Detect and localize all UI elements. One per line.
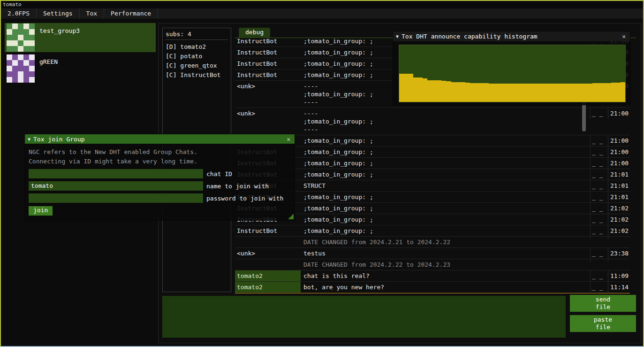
chat-message: chat is this real? <box>301 270 590 281</box>
collapse-icon[interactable]: ▼ <box>396 34 399 39</box>
histogram-bar <box>574 84 578 102</box>
histogram-bar <box>512 84 517 102</box>
chat-id-input[interactable] <box>29 169 203 178</box>
chat-flags <box>590 259 608 262</box>
histogram-bar <box>578 84 583 102</box>
app-title: tomato <box>3 1 22 8</box>
chat-time: 21:02 <box>608 203 630 214</box>
histogram-bar <box>536 84 540 102</box>
chat-time: 11:09 <box>608 270 630 281</box>
chat-date-row[interactable]: DATE CHANGED from 2024.2.21 to 2024.2.22 <box>235 237 630 248</box>
chat-flags: _ _ <box>590 158 608 169</box>
chat-sender <box>235 237 301 239</box>
histogram-bar <box>489 84 493 102</box>
subs-member[interactable]: [D] tomato2 <box>166 42 228 52</box>
chat-time: 11:15 <box>608 293 630 293</box>
subs-member[interactable]: [C] InstructBot <box>166 70 228 80</box>
histogram-bar <box>465 83 470 102</box>
chat-time: 21:00 <box>608 158 630 169</box>
histogram-bar <box>616 83 621 102</box>
histogram-bar <box>470 83 475 102</box>
chat-time: 21:02 <box>608 214 630 225</box>
window-titlebar[interactable]: ▼ Tox join Group ✕ <box>25 134 295 144</box>
histogram-bar <box>437 80 441 102</box>
histogram-bar <box>475 83 479 102</box>
group-avatar <box>7 23 35 52</box>
chat-row[interactable]: InstructBotNo, I've been in this group f… <box>235 293 630 293</box>
chat-row[interactable]: tomato2bot, are you new here?_ _11:14 <box>235 282 630 293</box>
paste-file-button[interactable]: paste file <box>570 315 636 332</box>
histogram-bar <box>588 84 592 102</box>
chat-flags: _ _ <box>590 169 608 180</box>
histogram-bar <box>413 77 418 102</box>
histogram-bar <box>418 77 423 102</box>
chat-date-row[interactable]: DATE CHANGED from 2024.2.22 to 2024.2.23 <box>235 259 630 270</box>
histogram-bar <box>583 84 588 102</box>
chat-row[interactable]: <unk>---- ;tomato_in_group: ; ----_ _21:… <box>235 108 630 135</box>
chat-message: No, I've been in this group for quite so… <box>301 293 590 293</box>
message-input[interactable] <box>162 296 566 338</box>
chat-sender <box>235 259 301 262</box>
collapse-icon[interactable]: ▼ <box>28 137 30 142</box>
menu-item-settings[interactable]: Settings <box>37 8 80 19</box>
chat-time: 21:01 <box>608 192 630 202</box>
chat-message: ;tomato_in_group: ; <box>301 203 590 214</box>
fps-counter: 2.0FPS <box>1 8 37 19</box>
group-avatar <box>7 54 35 83</box>
histogram-bar <box>531 84 536 102</box>
close-icon[interactable]: ✕ <box>285 136 292 143</box>
histogram-bar <box>503 84 508 102</box>
histogram-bar <box>461 82 465 102</box>
send-file-button[interactable]: send file <box>570 295 636 312</box>
chat-time: 23:38 <box>608 248 630 259</box>
chat-time <box>608 259 630 262</box>
chat-flags <box>590 237 608 239</box>
chat-message: bot, are you new here? <box>301 282 590 293</box>
chat-time: 11:14 <box>608 282 630 293</box>
histogram-bars <box>399 45 625 102</box>
chat-flags: _ _ <box>590 248 608 259</box>
chat-time: 21:00 <box>608 147 630 157</box>
chat-sender: InstructBot <box>235 293 301 293</box>
histogram-bar <box>540 84 545 102</box>
password-input[interactable] <box>29 193 203 203</box>
group-item-green[interactable]: gREEN <box>5 54 156 83</box>
histogram-bar <box>456 82 461 102</box>
histogram-bar <box>441 81 446 102</box>
chat-message: testus <box>301 248 590 259</box>
chat-message: DATE CHANGED from 2024.2.22 to 2024.2.23 <box>301 259 590 270</box>
name-input[interactable]: tomato <box>29 181 203 191</box>
histogram-bar <box>555 84 560 102</box>
menu-item-tox[interactable]: Tox <box>80 8 104 19</box>
group-item-test_group3[interactable]: test_group3 <box>5 23 156 52</box>
histogram-bar <box>602 83 606 102</box>
histogram-bar <box>423 78 427 102</box>
chat-time: 21:00 <box>608 135 630 146</box>
app-titlebar[interactable]: tomato <box>1 1 643 8</box>
chat-row[interactable]: InstructBot;tomato_in_group: ;_ _21:02 <box>235 225 630 237</box>
subs-member[interactable]: [C] green_qtox <box>166 61 228 70</box>
group-name: test_group3 <box>39 27 80 52</box>
join-group-window: ▼ Tox join Group ✕ NGC refers to the New… <box>24 134 295 221</box>
chat-flags: _ _ <box>590 270 608 281</box>
join-button[interactable]: join <box>29 206 53 216</box>
close-icon[interactable]: ✕ <box>621 33 627 40</box>
menu-item-performance[interactable]: Performance <box>104 8 158 19</box>
chat-time: 21:01 <box>608 169 630 180</box>
histogram-bar <box>409 74 413 102</box>
resize-grip[interactable] <box>288 214 294 219</box>
chat-message: DATE CHANGED from 2024.2.21 to 2024.2.22 <box>301 237 590 247</box>
chat-time <box>608 237 630 239</box>
chat-row[interactable]: <unk>testus_ _23:38 <box>235 248 630 259</box>
histogram-bar <box>493 84 498 102</box>
separator <box>166 39 228 40</box>
chat-row[interactable]: tomato2chat is this real?_ _11:09 <box>235 270 630 282</box>
chat-flags: _ _ <box>590 180 608 191</box>
histogram-bar <box>560 84 564 102</box>
subs-member[interactable]: [C] potato <box>166 52 228 61</box>
group-name: gREEN <box>39 58 58 83</box>
window-titlebar[interactable]: ▼ Tox DHT announce capability histogram … <box>393 31 630 41</box>
chat-time: 21:00 <box>608 108 630 119</box>
subs-header: subs: 4 <box>166 31 228 38</box>
window-title: Tox join Group <box>33 136 285 143</box>
